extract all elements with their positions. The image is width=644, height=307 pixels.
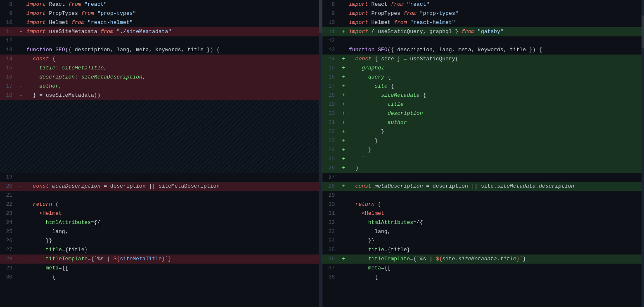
line-content: const { bbox=[25, 55, 322, 64]
line-number: 32 bbox=[322, 218, 340, 227]
code-token: metaDescription bbox=[52, 183, 100, 189]
code-token: title bbox=[368, 247, 384, 253]
line-number: 8 bbox=[0, 0, 17, 9]
line-content: meta={[ bbox=[347, 264, 644, 273]
line-content: description bbox=[347, 109, 644, 118]
diff-marker: + bbox=[340, 64, 347, 73]
line-content: function SEO({ description, lang, meta, … bbox=[347, 45, 644, 55]
table-row: 23 <Helmet bbox=[0, 209, 322, 218]
code-token bbox=[26, 256, 46, 262]
diff-marker bbox=[17, 164, 25, 173]
code-token: , bbox=[59, 83, 62, 89]
diff-marker bbox=[17, 136, 25, 145]
left-scrollbar-thumb[interactable] bbox=[319, 0, 322, 33]
code-token: } = useSiteMetadata() bbox=[33, 92, 101, 98]
code-token: metaDescription bbox=[374, 183, 423, 189]
code-token: = description || siteMetaDescription bbox=[100, 183, 220, 189]
table-row: 35 title={title} bbox=[322, 245, 644, 255]
code-token: React bbox=[46, 1, 69, 7]
table-row: 14+ const { site } = useStaticQuery( bbox=[322, 55, 644, 64]
line-number: 16 bbox=[322, 73, 340, 82]
table-row: 29 bbox=[322, 191, 644, 200]
diff-marker bbox=[17, 36, 25, 45]
code-token: return bbox=[355, 201, 375, 207]
line-content bbox=[25, 173, 322, 182]
diff-marker bbox=[17, 218, 25, 227]
line-content: const metaDescription = description || s… bbox=[25, 182, 322, 191]
code-token: "react" bbox=[84, 1, 107, 7]
code-token: from bbox=[81, 10, 94, 17]
table-row: 37 meta={[ bbox=[322, 264, 644, 273]
diff-marker bbox=[340, 9, 347, 18]
code-token: import bbox=[26, 1, 46, 7]
right-scrollbar[interactable] bbox=[642, 0, 644, 307]
code-token: ( bbox=[374, 201, 381, 207]
diff-marker: - bbox=[17, 64, 25, 73]
code-token bbox=[349, 210, 362, 217]
table-row: 24 htmlAttributes={{ bbox=[0, 218, 322, 227]
code-token: return bbox=[33, 201, 52, 207]
line-number: 15 bbox=[322, 64, 340, 73]
line-number: 31 bbox=[322, 209, 340, 218]
code-token: ={[ bbox=[381, 265, 391, 271]
code-token: htmlAttributes bbox=[368, 219, 413, 226]
line-content: import React from "react" bbox=[25, 0, 322, 9]
line-content: } bbox=[347, 127, 644, 136]
line-content: lang, bbox=[347, 227, 644, 236]
diff-marker bbox=[340, 191, 347, 200]
table-row: 33 lang, bbox=[322, 227, 644, 236]
diff-marker: + bbox=[340, 136, 347, 145]
table-row: 38 { bbox=[322, 273, 644, 282]
code-token bbox=[349, 110, 388, 117]
line-content bbox=[25, 191, 322, 200]
line-content bbox=[347, 191, 644, 200]
line-number: 28 bbox=[0, 255, 17, 264]
diff-marker bbox=[17, 245, 25, 255]
table-row bbox=[0, 118, 322, 127]
code-token: ={{ bbox=[91, 219, 100, 226]
right-pane: 8 import React from "react"9 import Prop… bbox=[322, 0, 644, 307]
line-content: import PropTypes from "prop-types" bbox=[347, 9, 644, 18]
code-token: import bbox=[349, 10, 368, 17]
code-token: <Helmet bbox=[362, 210, 384, 217]
left-scrollbar[interactable] bbox=[319, 0, 322, 307]
line-number: 20 bbox=[322, 109, 340, 118]
code-token: siteMetaTitle bbox=[62, 65, 104, 71]
table-row: 21+ author bbox=[322, 118, 644, 127]
line-number: 21 bbox=[0, 191, 17, 200]
diff-marker: - bbox=[17, 255, 25, 264]
line-content: { bbox=[25, 273, 322, 282]
code-token bbox=[26, 65, 39, 71]
diff-marker bbox=[340, 218, 347, 227]
line-content: } = useSiteMetadata() bbox=[25, 91, 322, 100]
code-token: } = useStaticQuery( bbox=[394, 56, 458, 62]
table-row bbox=[0, 109, 322, 118]
line-number: 19 bbox=[0, 173, 17, 182]
table-row: 17+ site { bbox=[322, 82, 644, 91]
code-token: import bbox=[349, 29, 368, 35]
line-number: 10 bbox=[0, 18, 17, 27]
table-row: 30 { bbox=[0, 273, 322, 282]
code-token: query bbox=[368, 74, 384, 80]
table-row: 22+ } bbox=[322, 127, 644, 136]
table-row: 30 return ( bbox=[322, 200, 644, 209]
code-token bbox=[94, 10, 97, 17]
code-token: import bbox=[26, 19, 46, 26]
code-token: } bbox=[349, 129, 384, 135]
line-number: 30 bbox=[0, 273, 17, 282]
right-scrollbar-thumb[interactable] bbox=[642, 15, 644, 48]
table-row: 16+ query { bbox=[322, 73, 644, 82]
code-token: function bbox=[349, 47, 374, 53]
line-number: 34 bbox=[322, 236, 340, 245]
table-row: 11-import useSiteMetadata from "./siteMe… bbox=[0, 27, 322, 36]
line-content: query { bbox=[347, 73, 644, 82]
table-row: 29 meta={[ bbox=[0, 264, 322, 273]
table-row bbox=[0, 164, 322, 173]
line-number bbox=[0, 136, 17, 145]
table-row: 12 bbox=[322, 36, 644, 45]
line-content: import Helmet from "react-helmet" bbox=[347, 18, 644, 27]
table-row: 18- } = useSiteMetadata() bbox=[0, 91, 322, 100]
line-number: 33 bbox=[322, 227, 340, 236]
diff-marker bbox=[17, 227, 25, 236]
code-token: site. bbox=[442, 256, 458, 262]
